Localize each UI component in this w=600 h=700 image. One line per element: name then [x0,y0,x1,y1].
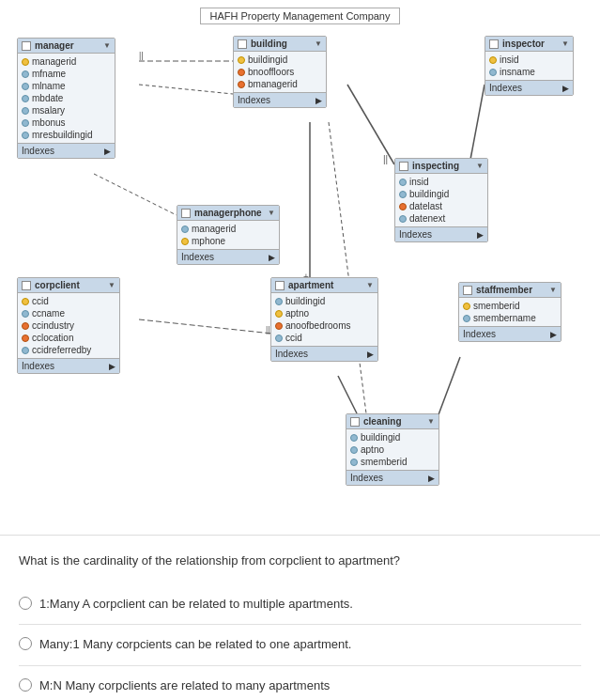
table-building-fields: buildingid bnooffloors bmanagerid [234,52,326,92]
table-managerphone-fields: managerid mphone [177,221,279,249]
svg-line-4 [347,85,394,164]
svg-line-2 [94,174,178,216]
answer-option-a[interactable]: 1:Many A corpclient can be related to mu… [19,584,581,625]
svg-line-9 [139,319,272,334]
table-cleaning-header: cleaning ▼ [346,414,438,429]
table-apartment-header: apartment ▼ [271,278,377,293]
table-managerphone-header: managerphone ▼ [177,206,279,221]
table-staffmember-footer: Indexes▶ [459,326,561,341]
table-cleaning: cleaning ▼ buildingid aptno smemberid In… [346,413,439,486]
table-inspector-fields: insid insname [485,52,573,80]
question-area: What is the cardinality of the relations… [0,536,600,700]
table-building: building ▼ buildingid bnooffloors bmanag… [233,36,327,108]
radio-a[interactable] [19,597,32,610]
table-inspecting-footer: Indexes▶ [395,226,487,241]
table-inspector-footer: Indexes▶ [485,80,573,95]
table-managerphone-label: managerphone [194,208,262,218]
table-apartment-fields: buildingid aptno anoofbedrooms ccid [271,293,377,346]
answer-text-a: 1:Many A corpclient can be related to mu… [39,596,353,613]
table-building-label: building [251,39,287,49]
table-manager-fields: managerid mfname mlname mbdate msalary m… [18,54,115,143]
answer-text-c: M:N Many corpclients are related to many… [39,677,330,694]
table-corpclient-label: corpclient [35,280,80,290]
table-inspecting-fields: insid buildingid datelast datenext [395,174,487,226]
table-apartment-footer: Indexes▶ [271,346,377,361]
table-inspector-header: inspector ▼ [485,37,573,52]
svg-text:||: || [383,154,388,164]
table-staffmember-label: staffmember [476,285,532,295]
svg-line-13 [329,122,366,413]
table-inspecting-header: inspecting ▼ [395,159,487,174]
table-staffmember: staffmember ▼ smemberid smembername Inde… [458,282,562,342]
radio-b[interactable] [19,637,32,650]
table-manager-label: manager [35,40,74,51]
table-corpclient-header: corpclient ▼ [18,278,119,293]
table-staffmember-header: staffmember ▼ [459,283,561,298]
table-building-header: building ▼ [234,37,326,52]
table-manager: manager ▼ managerid mfname mlname mbdate… [17,38,115,159]
table-staffmember-fields: smemberid smembername [459,298,561,326]
table-manager-footer: Indexes▶ [18,143,115,158]
table-inspector: inspector ▼ insid insname Indexes▶ [485,36,574,96]
table-corpclient-fields: ccid ccname ccindustry cclocation ccidre… [18,293,119,358]
answer-text-b: Many:1 Many corpcients can be related to… [39,636,351,653]
table-apartment: apartment ▼ buildingid aptno anoofbedroo… [270,277,378,362]
table-managerphone-footer: Indexes▶ [177,249,279,264]
table-icon [22,41,31,51]
table-corpclient-footer: Indexes▶ [18,358,119,373]
table-cleaning-footer: Indexes▶ [346,470,438,485]
question-text: What is the cardinality of the relations… [19,552,581,569]
table-manager-header: manager ▼ [18,39,115,54]
svg-text:||: || [266,325,270,334]
table-corpclient: corpclient ▼ ccid ccname ccindustry cclo… [17,277,120,374]
svg-line-6 [469,85,485,164]
table-inspector-label: inspector [502,39,545,49]
diagram-area: HAFH Property Management Company || || +… [0,0,600,536]
table-cleaning-fields: buildingid aptno smemberid [346,429,438,470]
table-inspecting: inspecting ▼ insid buildingid datelast d… [394,158,488,242]
diagram-title: HAFH Property Management Company [200,8,401,24]
table-apartment-label: apartment [288,280,333,290]
radio-c[interactable] [19,678,32,692]
table-inspecting-label: inspecting [412,161,459,171]
answer-option-b[interactable]: Many:1 Many corpcients can be related to… [19,625,581,665]
table-managerphone: managerphone ▼ managerid mphone Indexes▶ [177,205,280,265]
answer-option-c[interactable]: M:N Many corpclients are related to many… [19,666,581,700]
svg-line-3 [139,85,233,94]
svg-text:||: || [139,51,144,60]
table-building-footer: Indexes▶ [234,92,326,107]
table-cleaning-label: cleaning [363,416,402,427]
svg-line-11 [338,376,357,413]
